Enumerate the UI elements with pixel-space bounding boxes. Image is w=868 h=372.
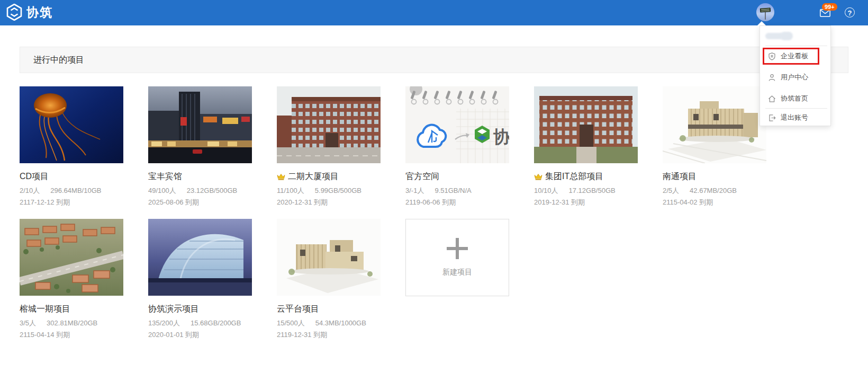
project-title-text: CD项目 [20, 171, 49, 182]
project-stats: 10/10人17.12GB/50GB [534, 186, 638, 196]
user-dropdown-menu: 企业看板 用户中心 协筑首页 退出账号 [760, 25, 831, 126]
project-card[interactable]: 云平台项目 15/500人54.3MB/1000GB 2119-12-31 到期 [277, 219, 381, 351]
member-count: 3/5人 [20, 319, 36, 327]
project-card[interactable]: 协 官方空间 3/-1人9.51GB/N/A 2119-06-06 到期 [405, 86, 509, 219]
hotel-night-photo [148, 86, 252, 163]
project-card[interactable]: 集团IT总部项目 10/10人17.12GB/50GB 2019-12-31 到… [534, 86, 638, 219]
storage-quota: 54.3MB/1000GB [315, 319, 366, 327]
menu-item-label: 退出账号 [781, 113, 808, 122]
project-thumbnail[interactable] [20, 219, 123, 296]
glass-building-dusk-photo [148, 219, 252, 296]
project-thumbnail[interactable] [534, 86, 638, 163]
project-thumbnail[interactable] [20, 86, 123, 163]
dropdown-pointer [757, 21, 766, 25]
crown-icon [277, 173, 285, 180]
project-expiry: 2020-12-31 到期 [277, 198, 381, 207]
logout-icon [768, 114, 776, 122]
member-count: 15/500人 [277, 319, 305, 327]
user-icon [768, 74, 776, 82]
project-thumbnail[interactable] [277, 219, 381, 296]
project-title: 云平台项目 [277, 304, 381, 315]
project-expiry: 2117-12-12 到期 [20, 198, 123, 207]
project-title: 协筑演示项目 [148, 304, 252, 315]
storage-quota: 23.12GB/500GB [187, 187, 237, 194]
project-title: 宝丰宾馆 [148, 171, 252, 182]
project-thumbnail[interactable]: 协 [405, 86, 509, 163]
xiezhu-logo-icon [6, 4, 22, 21]
project-thumbnail[interactable] [148, 86, 252, 163]
tan-campus-render [277, 219, 381, 296]
project-thumbnail[interactable] [148, 219, 252, 296]
section-title: 进行中的项目 [20, 47, 848, 73]
project-stats: 2/10人296.64MB/10GB [20, 186, 123, 196]
member-count: 10/10人 [534, 187, 558, 194]
storage-quota: 9.51GB/N/A [435, 187, 471, 194]
project-card[interactable]: 宝丰宾馆 49/100人23.12GB/500GB 2025-08-06 到期 [148, 86, 252, 219]
help-icon: ? [848, 9, 852, 17]
jellyfish-photo [20, 86, 123, 163]
project-stats: 3/5人302.81MB/20GB [20, 318, 123, 328]
menu-item-user-center[interactable]: 用户中心 [760, 68, 830, 86]
new-project-button[interactable]: 新建项目 [405, 219, 509, 296]
project-expiry: 2119-12-31 到期 [277, 330, 381, 340]
project-card[interactable]: 榕城一期项目 3/5人302.81MB/20GB 2115-04-14 到期 [20, 219, 123, 351]
menu-divider [765, 46, 827, 46]
project-title-text: 云平台项目 [277, 304, 319, 315]
storage-quota: 296.64MB/10GB [50, 187, 101, 194]
menu-item-logout[interactable]: 退出账号 [760, 109, 830, 127]
member-count: 49/100人 [148, 187, 176, 194]
project-expiry: 2119-06-06 到期 [405, 198, 509, 207]
project-title: CD项目 [20, 171, 123, 182]
project-stats: 15/500人54.3MB/1000GB [277, 318, 381, 328]
app-logo[interactable]: 协筑 [6, 4, 53, 21]
project-expiry: 2115-04-14 到期 [20, 330, 123, 340]
section-bar: 进行中的项目 [20, 47, 848, 73]
svg-text:协: 协 [493, 127, 509, 146]
member-count: 3/-1人 [405, 187, 424, 194]
project-card[interactable]: CD项目 2/10人296.64MB/10GB 2117-12-12 到期 [20, 86, 123, 219]
member-count: 11/100人 [277, 187, 304, 194]
storage-quota: 42.67MB/20GB [690, 187, 737, 194]
storage-quota: 5.99GB/500GB [315, 187, 361, 194]
project-expiry: 2115-04-02 到期 [663, 198, 766, 207]
home-icon [768, 95, 776, 103]
project-stats: 2/5人42.67MB/20GB [663, 186, 766, 196]
xiezhu-logo-sketch: 协 [405, 86, 509, 163]
menu-item-xiezhu-home[interactable]: 协筑首页 [760, 90, 830, 108]
project-card[interactable]: 二期大厦项目 11/100人5.99GB/500GB 2020-12-31 到期 [277, 86, 381, 219]
project-stats: 11/100人5.99GB/500GB [277, 186, 381, 196]
project-expiry: 2020-01-01 到期 [148, 330, 252, 340]
user-avatar[interactable] [756, 3, 774, 21]
help-button[interactable]: ? [845, 7, 855, 17]
storage-quota: 17.12GB/50GB [569, 187, 616, 194]
project-title: 榕城一期项目 [20, 304, 123, 315]
menu-item-enterprise-dashboard[interactable]: 企业看板 [760, 47, 830, 65]
app-header: 协筑 99+ ? [0, 0, 868, 25]
project-title-text: 榕城一期项目 [20, 304, 70, 315]
project-title-text: 协筑演示项目 [148, 304, 199, 315]
project-title: 南通项目 [663, 171, 766, 182]
project-title-text: 二期大厦项目 [288, 171, 339, 182]
notification-badge: 99+ [822, 3, 837, 11]
project-expiry: 2019-12-31 到期 [534, 198, 638, 207]
project-card[interactable]: 协筑演示项目 135/200人15.68GB/200GB 2020-01-01 … [148, 219, 252, 351]
notifications-button[interactable]: 99+ [820, 9, 830, 17]
crown-icon [534, 173, 542, 180]
brick-hq-building-photo [534, 86, 638, 163]
project-title: 集团IT总部项目 [534, 171, 638, 182]
project-expiry: 2025-08-06 到期 [148, 198, 252, 207]
project-title-text: 南通项目 [663, 171, 697, 182]
project-grid: CD项目 2/10人296.64MB/10GB 2117-12-12 到期 [20, 86, 766, 351]
menu-item-label: 用户中心 [781, 73, 808, 82]
project-thumbnail[interactable] [277, 86, 381, 163]
project-stats: 49/100人23.12GB/500GB [148, 186, 252, 196]
brick-office-building-photo [277, 86, 381, 163]
project-title-text: 宝丰宾馆 [148, 171, 182, 182]
project-card[interactable]: 南通项目 2/5人42.67MB/20GB 2115-04-02 到期 [663, 86, 766, 219]
new-project-label: 新建项目 [442, 268, 472, 277]
member-count: 2/10人 [20, 187, 40, 194]
project-stats: 3/-1人9.51GB/N/A [405, 186, 509, 196]
project-title-text: 官方空间 [405, 171, 439, 182]
project-thumbnail[interactable] [663, 86, 766, 163]
plus-icon [447, 238, 468, 259]
